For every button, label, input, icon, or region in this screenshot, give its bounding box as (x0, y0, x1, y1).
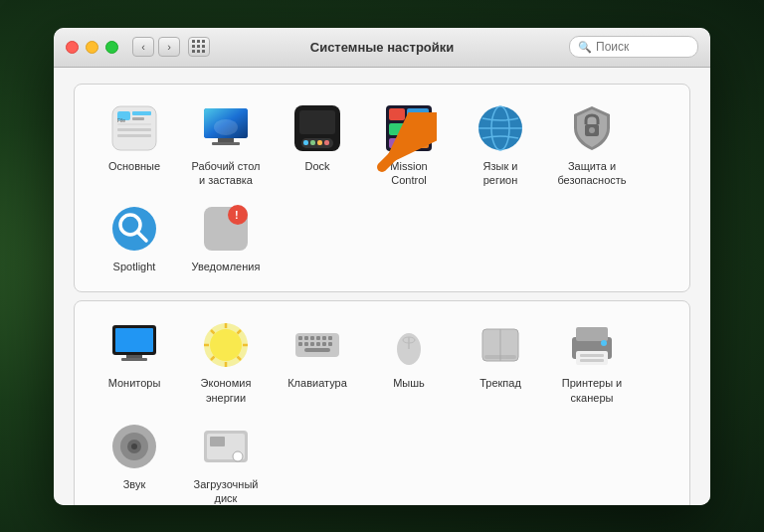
pref-mission[interactable]: MissionControl (365, 96, 453, 194)
svg-point-46 (210, 329, 242, 361)
mission-icon (383, 102, 435, 154)
svg-rect-43 (126, 355, 142, 358)
minimize-button[interactable] (86, 41, 98, 54)
svg-rect-76 (576, 327, 608, 341)
svg-rect-61 (328, 336, 332, 340)
svg-rect-79 (580, 359, 604, 362)
svg-rect-63 (304, 342, 308, 346)
dock-icon (291, 102, 343, 154)
system-preferences-window: ‹ › Системные настройки 🔍 (54, 28, 710, 505)
svg-point-84 (131, 443, 137, 449)
svg-rect-65 (316, 342, 320, 346)
svg-point-80 (601, 340, 607, 346)
monitors-label: Мониторы (108, 376, 161, 390)
svg-rect-42 (115, 328, 153, 352)
spotlight-label: Spotlight (113, 260, 156, 273)
desktop-icon (200, 102, 252, 154)
svg-rect-66 (322, 342, 326, 346)
svg-rect-19 (310, 140, 315, 145)
energy-icon (200, 319, 252, 371)
search-input[interactable] (596, 40, 689, 54)
pref-keyboard[interactable]: Клавиатура (274, 313, 361, 411)
keyboard-icon (291, 319, 343, 371)
forward-button[interactable]: › (158, 37, 180, 57)
keyboard-label: Клавиатура (287, 376, 347, 390)
spotlight-icon (108, 203, 160, 255)
svg-rect-26 (413, 123, 429, 135)
svg-rect-87 (210, 437, 225, 446)
pref-security[interactable]: Защита ибезопасность (548, 96, 636, 194)
svg-rect-5 (132, 117, 144, 120)
section-hardware: Мониторы (74, 300, 690, 504)
startup-label: Загрузочныйдиск (194, 477, 259, 505)
window-title: Системные настройки (310, 40, 455, 55)
pref-monitors[interactable]: Мониторы (91, 313, 178, 411)
pref-desktop[interactable]: Рабочий столи заставка (182, 96, 270, 194)
close-button[interactable] (66, 41, 79, 54)
maximize-button[interactable] (105, 41, 118, 54)
svg-rect-28 (402, 138, 413, 148)
printers-icon (566, 319, 618, 371)
svg-point-12 (214, 119, 238, 135)
grid-icon (192, 40, 206, 54)
nav-buttons: ‹ › (132, 37, 210, 57)
svg-rect-14 (212, 142, 240, 145)
svg-rect-18 (303, 140, 308, 145)
svg-rect-24 (407, 108, 429, 120)
titlebar: ‹ › Системные настройки 🔍 (54, 28, 710, 68)
svg-text:!: ! (235, 209, 239, 221)
grid-view-button[interactable] (188, 37, 210, 57)
svg-rect-68 (304, 348, 330, 352)
notif-icon: ! (200, 203, 252, 255)
osnov-icon: File (108, 102, 160, 154)
sound-icon (108, 421, 160, 472)
section-personal: File Основные (74, 84, 690, 293)
energy-label: Экономияэнергии (201, 376, 252, 405)
pref-dock[interactable]: Dock (274, 96, 361, 194)
lang-icon (475, 102, 526, 154)
pref-energy[interactable]: Экономияэнергии (182, 313, 270, 411)
dock-label: Dock (304, 159, 329, 173)
svg-rect-29 (415, 138, 429, 148)
svg-rect-62 (298, 342, 302, 346)
printers-label: Принтеры исканеры (562, 376, 623, 405)
back-button[interactable]: ‹ (132, 37, 154, 57)
traffic-lights (66, 41, 118, 54)
svg-rect-8 (117, 134, 151, 137)
pref-lang[interactable]: Язык ирегион (457, 96, 544, 194)
osnov-label: Основные (108, 159, 160, 173)
pref-mouse[interactable]: Мышь (365, 313, 453, 411)
security-label: Защита ибезопасность (557, 159, 626, 188)
sound-label: Звук (123, 477, 146, 491)
security-icon (566, 102, 618, 154)
section-personal-grid: File Основные (91, 96, 673, 280)
pref-spotlight[interactable]: Spotlight (91, 197, 178, 279)
svg-rect-7 (117, 128, 151, 131)
pref-osnov[interactable]: File Основные (91, 96, 178, 194)
pref-sound[interactable]: Звук (91, 415, 178, 505)
pref-trackpad[interactable]: Трекпад (457, 313, 544, 411)
desktop-label: Рабочий столи заставка (191, 159, 260, 188)
pref-startup[interactable]: Загрузочныйдиск (182, 415, 270, 505)
svg-rect-67 (328, 342, 332, 346)
trackpad-label: Трекпад (479, 376, 521, 390)
svg-rect-27 (389, 138, 400, 148)
svg-rect-21 (324, 140, 329, 145)
search-box[interactable]: 🔍 (569, 36, 698, 58)
notif-label: Уведомления (192, 260, 261, 273)
section-hardware-grid: Мониторы (91, 313, 673, 504)
lang-label: Язык ирегион (483, 159, 518, 188)
svg-rect-57 (304, 336, 308, 340)
mouse-icon (383, 319, 435, 371)
pref-printers[interactable]: Принтеры исканеры (548, 313, 636, 411)
svg-rect-74 (484, 355, 516, 359)
pref-notif[interactable]: ! Уведомления (182, 197, 270, 279)
svg-rect-16 (299, 110, 335, 134)
svg-rect-20 (317, 140, 322, 145)
mission-label: MissionControl (390, 159, 427, 188)
svg-rect-60 (322, 336, 326, 340)
startup-icon (200, 421, 252, 472)
svg-rect-6 (117, 123, 151, 125)
mouse-label: Мышь (393, 376, 425, 390)
search-icon: 🔍 (578, 41, 592, 54)
